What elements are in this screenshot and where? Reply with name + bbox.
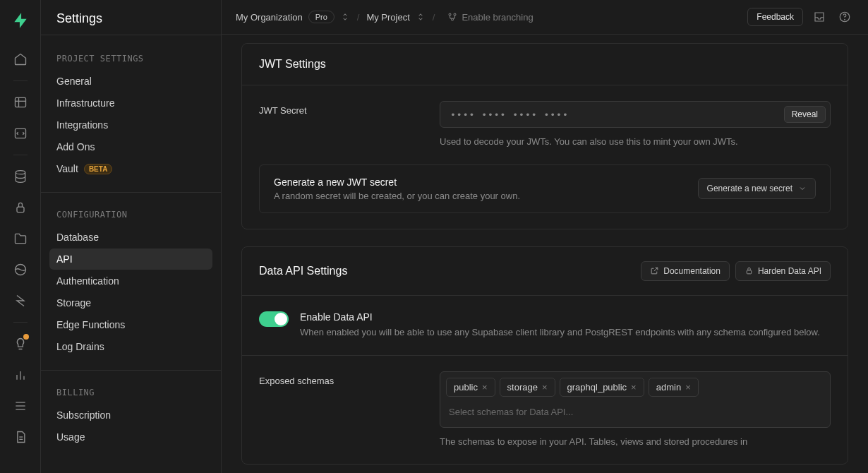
- storage-icon[interactable]: [6, 224, 35, 253]
- nav-usage[interactable]: Usage: [49, 426, 212, 448]
- advisors-icon[interactable]: [6, 330, 35, 358]
- main-area: My Organization Pro / My Project / Enabl…: [222, 0, 868, 473]
- org-label: My Organization: [236, 12, 303, 23]
- enable-data-api-desc: When enabled you will be able to use any…: [300, 325, 820, 340]
- schema-tag: graphql_public×: [560, 378, 644, 397]
- section-title-project: PROJECT SETTINGS: [49, 49, 212, 71]
- generate-jwt-title: Generate a new JWT secret: [274, 176, 520, 188]
- branch-icon: [447, 12, 457, 22]
- svg-point-16: [454, 13, 456, 16]
- nav-edge-functions[interactable]: Edge Functions: [49, 314, 212, 335]
- documentation-button[interactable]: Documentation: [641, 261, 730, 281]
- topbar: My Organization Pro / My Project / Enabl…: [222, 0, 868, 35]
- data-api-settings-card: Data API Settings Documentation Harden D…: [241, 246, 848, 465]
- reveal-button[interactable]: Reveal: [784, 106, 826, 123]
- svg-rect-21: [747, 270, 752, 274]
- external-link-icon: [650, 266, 659, 275]
- icon-rail: [0, 0, 41, 473]
- realtime-icon[interactable]: [6, 287, 35, 315]
- svg-point-15: [449, 13, 451, 16]
- svg-rect-0: [15, 97, 25, 107]
- plan-pill: Pro: [308, 11, 334, 23]
- content-area: JWT Settings JWT Secret •••• •••• •••• •…: [222, 35, 868, 473]
- jwt-secret-helper: Used to decode your JWTs. You can also u…: [440, 135, 831, 149]
- harden-api-button[interactable]: Harden Data API: [735, 261, 831, 281]
- nav-vault-label: Vault: [56, 163, 78, 174]
- lock-icon: [745, 266, 754, 275]
- nav-storage[interactable]: Storage: [49, 292, 212, 313]
- schema-tag: admin×: [649, 378, 699, 397]
- feedback-button[interactable]: Feedback: [747, 8, 803, 26]
- breadcrumb-org[interactable]: My Organization Pro: [236, 11, 350, 23]
- generate-jwt-subcard: Generate a new JWT secret A random secre…: [259, 164, 831, 213]
- nav-vault[interactable]: Vault BETA: [49, 158, 212, 179]
- harden-api-label: Harden Data API: [758, 266, 821, 276]
- nav-infrastructure[interactable]: Infrastructure: [49, 92, 212, 114]
- logs-icon[interactable]: [6, 392, 35, 420]
- enable-data-api-title: Enable Data API: [300, 311, 820, 323]
- jwt-secret-field: •••• •••• •••• •••• Reveal: [440, 101, 831, 128]
- schema-tag: storage×: [500, 378, 555, 397]
- page-title: Settings: [41, 0, 221, 35]
- enable-branching-button[interactable]: Enable branching: [442, 9, 538, 25]
- home-icon[interactable]: [6, 45, 35, 73]
- nav-log-drains[interactable]: Log Drains: [49, 336, 212, 357]
- nav-subscription[interactable]: Subscription: [49, 405, 212, 426]
- schemas-input[interactable]: [446, 402, 824, 421]
- api-docs-icon[interactable]: [6, 423, 35, 451]
- logo-icon[interactable]: [11, 11, 30, 30]
- chevron-up-down-icon: [416, 12, 426, 22]
- settings-sidebar: Settings PROJECT SETTINGS General Infras…: [41, 0, 222, 473]
- edge-functions-icon[interactable]: [6, 256, 35, 284]
- inbox-icon[interactable]: [810, 8, 828, 26]
- data-api-card-title: Data API Settings: [259, 265, 347, 277]
- svg-rect-5: [17, 207, 24, 212]
- section-title-config: CONFIGURATION: [49, 205, 212, 227]
- enable-data-api-toggle[interactable]: [259, 311, 289, 327]
- jwt-card-title: JWT Settings: [259, 58, 326, 71]
- database-icon[interactable]: [6, 162, 35, 191]
- project-label: My Project: [366, 12, 409, 23]
- svg-point-19: [845, 19, 845, 20]
- schemas-multiselect[interactable]: public× storage× graphql_public× admin×: [440, 371, 831, 428]
- remove-tag-icon[interactable]: ×: [631, 382, 637, 393]
- branch-label: Enable branching: [462, 12, 533, 23]
- nav-integrations[interactable]: Integrations: [49, 114, 212, 136]
- exposed-schemas-label: Exposed schemas: [259, 371, 423, 386]
- breadcrumb-project[interactable]: My Project: [366, 12, 425, 23]
- documentation-label: Documentation: [663, 266, 721, 276]
- chevron-down-icon: [798, 184, 807, 193]
- nav-database[interactable]: Database: [49, 227, 212, 248]
- jwt-secret-label: JWT Secret: [259, 101, 423, 116]
- generate-secret-button[interactable]: Generate a new secret: [698, 178, 816, 199]
- nav-addons[interactable]: Add Ons: [49, 136, 212, 157]
- nav-api[interactable]: API: [49, 249, 212, 270]
- nav-general[interactable]: General: [49, 71, 212, 92]
- schema-tag: public×: [446, 378, 495, 397]
- generate-secret-label: Generate a new secret: [707, 184, 792, 193]
- sql-editor-icon[interactable]: [6, 119, 35, 148]
- chevron-up-down-icon: [340, 12, 350, 22]
- svg-line-20: [654, 268, 658, 271]
- remove-tag-icon[interactable]: ×: [542, 382, 548, 393]
- beta-badge: BETA: [84, 164, 112, 174]
- table-editor-icon[interactable]: [6, 88, 35, 116]
- remove-tag-icon[interactable]: ×: [482, 382, 488, 393]
- auth-icon[interactable]: [6, 193, 35, 222]
- remove-tag-icon[interactable]: ×: [685, 382, 691, 393]
- help-icon[interactable]: [836, 8, 854, 26]
- exposed-schemas-helper: The schemas to expose in your API. Table…: [440, 435, 831, 449]
- generate-jwt-desc: A random secret will be created, or you …: [274, 191, 520, 201]
- section-title-billing: BILLING: [49, 383, 212, 405]
- svg-point-4: [16, 171, 25, 174]
- jwt-settings-card: JWT Settings JWT Secret •••• •••• •••• •…: [241, 43, 848, 229]
- nav-authentication[interactable]: Authentication: [49, 270, 212, 292]
- jwt-secret-mask: •••• •••• •••• ••••: [450, 109, 784, 120]
- crumb-separator: /: [357, 12, 360, 23]
- crumb-separator: /: [433, 12, 435, 23]
- reports-icon[interactable]: [6, 361, 35, 389]
